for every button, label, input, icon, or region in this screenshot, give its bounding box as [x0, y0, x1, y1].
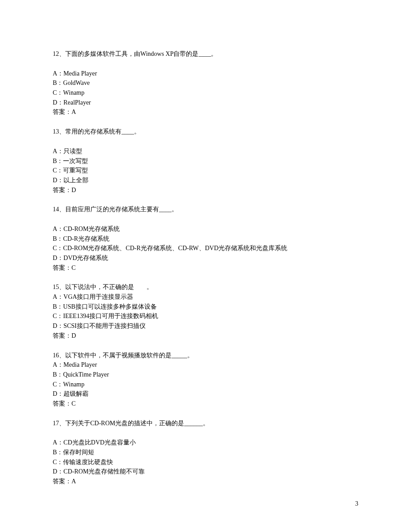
- question-text: 15、以下说法中，不正确的是 。: [53, 282, 358, 292]
- option-a: A：Media Player: [53, 360, 358, 370]
- option-b: B：CD-R光存储系统: [53, 234, 358, 244]
- option-c: C：Winamp: [53, 380, 358, 390]
- question-13: 13、常用的光存储系统有____。 A：只读型 B：一次写型 C：可重写型 D：…: [53, 127, 358, 195]
- answer: 答案：C: [53, 399, 358, 409]
- answer: 答案：D: [53, 331, 358, 341]
- answer: 答案：A: [53, 477, 358, 486]
- question-text: 12、下面的多媒体软件工具，由Windows XP自带的是____。: [53, 49, 358, 59]
- option-c: C：CD-ROM光存储系统、CD-R光存储系统、CD-RW、DVD光存储系统和光…: [53, 243, 358, 253]
- option-d: D：SCSI接口不能用于连接扫描仪: [53, 321, 358, 331]
- answer: 答案：C: [53, 263, 358, 273]
- page-content: 12、下面的多媒体软件工具，由Windows XP自带的是____。 A：Med…: [0, 0, 411, 523]
- option-b: B：保存时间短: [53, 448, 358, 457]
- option-b: B：USB接口可以连接多种多媒体设备: [53, 302, 358, 312]
- option-b: B：一次写型: [53, 156, 358, 166]
- option-a: A：CD-ROM光存储系统: [53, 224, 358, 234]
- question-16: 16、以下软件中，不属于视频播放软件的是_____。 A：Media Playe…: [53, 351, 358, 409]
- question-text: 14、目前应用广泛的光存储系统主要有____。: [53, 205, 358, 214]
- option-a: A：只读型: [53, 147, 358, 156]
- option-d: D：以上全部: [53, 176, 358, 185]
- answer: 答案：D: [53, 185, 358, 195]
- question-15: 15、以下说法中，不正确的是 。 A：VGA接口用于连接显示器 B：USB接口可…: [53, 282, 358, 340]
- question-12: 12、下面的多媒体软件工具，由Windows XP自带的是____。 A：Med…: [53, 49, 358, 117]
- option-a: A：VGA接口用于连接显示器: [53, 292, 358, 302]
- option-c: C：传输速度比硬盘快: [53, 457, 358, 467]
- answer: 答案：A: [53, 107, 358, 117]
- page-number: 3: [355, 499, 358, 509]
- question-text: 16、以下软件中，不属于视频播放软件的是_____。: [53, 351, 358, 360]
- option-b: B：GoldWave: [53, 78, 358, 88]
- option-c: C：可重写型: [53, 166, 358, 176]
- option-b: B：QuickTime Player: [53, 370, 358, 380]
- option-a: A：CD光盘比DVD光盘容量小: [53, 438, 358, 448]
- option-d: D：CD-ROM光盘存储性能不可靠: [53, 467, 358, 477]
- question-14: 14、目前应用广泛的光存储系统主要有____。 A：CD-ROM光存储系统 B：…: [53, 205, 358, 272]
- question-text: 13、常用的光存储系统有____。: [53, 127, 358, 137]
- option-d: D：超级解霸: [53, 389, 358, 399]
- option-c: C：Winamp: [53, 88, 358, 98]
- option-a: A：Media Player: [53, 69, 358, 79]
- option-d: D：DVD光存储系统: [53, 253, 358, 263]
- option-d: D：RealPlayer: [53, 98, 358, 108]
- question-text: 17、下列关于CD-ROM光盘的描述中，正确的是______。: [53, 419, 358, 428]
- question-17: 17、下列关于CD-ROM光盘的描述中，正确的是______。 A：CD光盘比D…: [53, 419, 358, 486]
- option-c: C：IEEE1394接口可用于连接数码相机: [53, 311, 358, 321]
